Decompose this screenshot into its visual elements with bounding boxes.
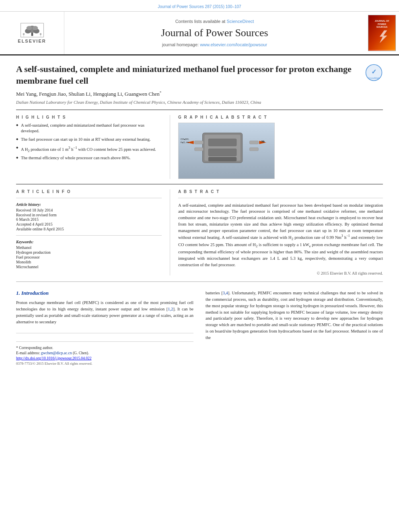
svg-rect-32 bbox=[208, 139, 236, 146]
keywords-separator bbox=[16, 235, 162, 236]
svg-rect-34 bbox=[208, 157, 236, 161]
available-date: Available online 8 April 2015 bbox=[16, 227, 162, 231]
info-abstract-section: A R T I C L E I N F O Article history: R… bbox=[16, 189, 383, 276]
affiliation: Dalian National Laboratory for Clean Ene… bbox=[16, 100, 383, 105]
section1-title: 1. Introduction bbox=[16, 290, 193, 296]
svg-text:H₂O, Air: H₂O, Air bbox=[181, 141, 189, 144]
article-info-heading: A R T I C L E I N F O bbox=[16, 189, 162, 194]
crossmark-icon: ✓ CrossMark bbox=[365, 64, 383, 82]
svg-rect-26 bbox=[250, 148, 259, 151]
svg-text:H₂: H₂ bbox=[261, 140, 265, 143]
homepage-label: journal homepage: www.elsevier.com/locat… bbox=[72, 42, 357, 47]
svg-text:CH₃OH,: CH₃OH, bbox=[181, 138, 189, 140]
intro-text-left: Proton exchange membrane fuel cell (PEMF… bbox=[16, 300, 193, 325]
sciencedirect-link[interactable]: ScienceDirect bbox=[226, 19, 254, 24]
graphical-abstract-heading: G R A P H I C A L A B S T R A C T bbox=[178, 115, 383, 119]
abstract-text: A self-sustained, complete and miniaturi… bbox=[178, 202, 383, 268]
keyword-fuel: Fuel processor bbox=[16, 255, 162, 259]
revised-date: Received in revised form6 March 2015 bbox=[16, 213, 162, 222]
journal-cover-section: JOURNAL OF POWER SOURCES bbox=[365, 12, 399, 54]
graphical-abstract-image: CH₃OH, H₂O, Air H₂ bbox=[178, 123, 275, 179]
svg-text:POWER: POWER bbox=[378, 23, 386, 25]
authors: Mei Yang, Fengjun Jiao, Shulian Li, Heng… bbox=[16, 90, 383, 97]
section-separator bbox=[16, 184, 383, 185]
highlight-item: The thermal efficiency of whole processo… bbox=[16, 155, 162, 161]
abstract-separator bbox=[178, 198, 383, 198]
keyword-monolith: Monolith bbox=[16, 260, 162, 264]
highlights-list: A self-sustained, complete and miniaturi… bbox=[16, 123, 162, 162]
svg-text:CrossMark: CrossMark bbox=[368, 77, 380, 79]
journal-header: ELSEVIER Contents lists available at Sci… bbox=[0, 12, 399, 55]
corresponding-author-mark: * bbox=[160, 90, 162, 94]
footer-section: * Corresponding author. E-mail address: … bbox=[16, 333, 193, 366]
elsevier-logo: ELSEVIER bbox=[10, 22, 54, 44]
keywords-section: Keywords: Methanol Hydrogen production F… bbox=[16, 235, 162, 269]
main-content: A self-sustained, complete and miniaturi… bbox=[0, 55, 399, 378]
journal-bar: Journal of Power Sources 287 (2015) 100–… bbox=[0, 0, 399, 12]
graphical-abstract-col: G R A P H I C A L A B S T R A C T bbox=[170, 115, 383, 179]
highlight-item: The fuel processor can start up in 10 mi… bbox=[16, 137, 162, 143]
received-date: Received 18 July 2014 bbox=[16, 208, 162, 212]
highlights-heading: H I G H L I G H T S bbox=[16, 115, 162, 119]
ref-3-link[interactable]: 3,4 bbox=[223, 291, 228, 295]
svg-rect-23 bbox=[195, 141, 204, 144]
highlight-item: A H2 production rate of 1 m3 h−1 with CO… bbox=[16, 145, 162, 153]
doi-anchor[interactable]: http://dx.doi.org/10.1016/j.jpowsour.201… bbox=[16, 356, 91, 360]
elsevier-tree-icon bbox=[20, 23, 44, 38]
accepted-date: Accepted 4 April 2015 bbox=[16, 222, 162, 226]
keyword-methanol: Methanol bbox=[16, 245, 162, 250]
journal-cover-image: JOURNAL OF POWER SOURCES bbox=[368, 15, 396, 51]
body-separator bbox=[16, 281, 383, 282]
svg-point-7 bbox=[23, 33, 25, 35]
homepage-link[interactable]: www.elsevier.com/locate/jpowsour bbox=[200, 42, 267, 47]
article-history-label: Article history: bbox=[16, 202, 162, 207]
doi-link: http://dx.doi.org/10.1016/j.jpowsour.201… bbox=[16, 356, 193, 360]
highlights-graphical-section: H I G H L I G H T S A self-sustained, co… bbox=[16, 115, 383, 179]
email-note: E-mail address: gwchen@dicp.ac.cn (G. Ch… bbox=[16, 351, 193, 355]
sciencedirect-label: Contents lists available at ScienceDirec… bbox=[72, 19, 357, 24]
keyword-hydrogen: Hydrogen production bbox=[16, 250, 162, 255]
svg-point-6 bbox=[32, 26, 38, 31]
svg-rect-22 bbox=[204, 135, 240, 160]
journal-citation: Journal of Power Sources 287 (2015) 100–… bbox=[158, 4, 241, 9]
highlights-col: H I G H L I G H T S A self-sustained, co… bbox=[16, 115, 170, 179]
abstract-heading: A B S T R A C T bbox=[178, 189, 383, 194]
footer-separator bbox=[16, 341, 193, 342]
intro-text-right: batteries [3,4]. Unfortunately, PEMFC en… bbox=[206, 290, 383, 341]
svg-rect-25 bbox=[195, 148, 204, 151]
equipment-illustration: CH₃OH, H₂O, Air H₂ bbox=[179, 123, 274, 179]
svg-point-8 bbox=[39, 33, 41, 35]
svg-text:✓: ✓ bbox=[371, 68, 376, 75]
highlight-item: A self-sustained, complete and miniaturi… bbox=[16, 123, 162, 134]
info-separator bbox=[16, 198, 162, 198]
body-col-left: 1. Introduction Proton exchange membrane… bbox=[16, 290, 193, 366]
abstract-col: A B S T R A C T A self-sustained, comple… bbox=[170, 189, 383, 276]
body-two-col: 1. Introduction Proton exchange membrane… bbox=[16, 290, 383, 366]
article-title: A self-sustained, complete and miniaturi… bbox=[16, 64, 365, 86]
article-title-section: A self-sustained, complete and miniaturi… bbox=[16, 64, 383, 86]
title-separator bbox=[16, 109, 383, 110]
journal-title-section: Contents lists available at ScienceDirec… bbox=[64, 12, 365, 54]
page: Journal of Power Sources 287 (2015) 100–… bbox=[0, 0, 399, 532]
copyright-text: © 2015 Elsevier B.V. All rights reserved… bbox=[178, 271, 383, 275]
svg-text:SOURCES: SOURCES bbox=[376, 26, 388, 28]
svg-point-5 bbox=[26, 26, 32, 31]
keyword-microchannel: Microchannel bbox=[16, 265, 162, 269]
corresponding-author-note: * Corresponding author. bbox=[16, 346, 193, 350]
keywords-label: Keywords: bbox=[16, 240, 162, 244]
svg-text:JOURNAL OF: JOURNAL OF bbox=[374, 20, 389, 22]
article-info-col: A R T I C L E I N F O Article history: R… bbox=[16, 189, 170, 276]
svg-rect-33 bbox=[208, 149, 236, 156]
body-col-right: batteries [3,4]. Unfortunately, PEMFC en… bbox=[206, 290, 383, 366]
svg-rect-24 bbox=[250, 141, 259, 144]
body-content: 1. Introduction Proton exchange membrane… bbox=[16, 290, 383, 366]
ref-1-link[interactable]: 1,2 bbox=[168, 307, 173, 311]
cover-svg: JOURNAL OF POWER SOURCES bbox=[368, 15, 395, 51]
elsevier-text: ELSEVIER bbox=[18, 39, 46, 43]
journal-title: Journal of Power Sources bbox=[72, 27, 357, 39]
elsevier-logo-section: ELSEVIER bbox=[0, 12, 64, 54]
issn-text: 0378-7753/© 2015 Elsevier B.V. All right… bbox=[16, 362, 193, 366]
email-link[interactable]: gwchen@dicp.ac.cn bbox=[41, 351, 72, 355]
